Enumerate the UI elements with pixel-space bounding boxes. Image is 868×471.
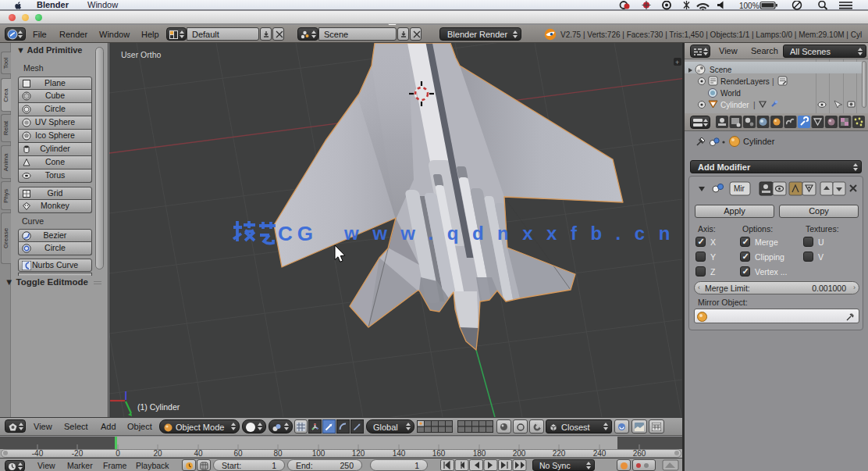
svg-text:CG: CG <box>278 222 318 245</box>
svg-text:|: | <box>772 77 774 86</box>
svg-text:RenderLayers: RenderLayers <box>720 77 770 86</box>
svg-text:220: 220 <box>553 449 566 458</box>
svg-text:260: 260 <box>633 449 646 458</box>
svg-text:40: 40 <box>194 449 203 458</box>
svg-text:(1) Cylinder: (1) Cylinder <box>137 402 180 412</box>
svg-text:|: | <box>753 101 756 109</box>
svg-text:20: 20 <box>153 449 162 458</box>
svg-text:-40: -40 <box>32 449 44 458</box>
svg-text:100: 100 <box>312 449 326 458</box>
svg-text:160: 160 <box>432 449 446 458</box>
svg-text:Mir: Mir <box>734 184 745 193</box>
svg-text:120: 120 <box>352 449 365 458</box>
svg-text:Scene: Scene <box>710 66 732 74</box>
svg-text:-20: -20 <box>72 449 84 458</box>
svg-text:World: World <box>720 89 741 98</box>
svg-text:+: + <box>675 59 679 66</box>
svg-text:180: 180 <box>473 449 486 458</box>
svg-text:Cylinder: Cylinder <box>720 101 749 109</box>
svg-text:240: 240 <box>593 449 607 458</box>
svg-text:0: 0 <box>116 449 120 458</box>
svg-text:60: 60 <box>233 449 243 458</box>
svg-text:www.qdnxxfb.cn: www.qdnxxfb.cn <box>343 223 682 244</box>
svg-text:100%: 100% <box>739 2 760 10</box>
svg-text:User Ortho: User Ortho <box>121 50 162 59</box>
svg-text:80: 80 <box>273 449 283 458</box>
svg-text:140: 140 <box>393 449 406 458</box>
svg-text:200: 200 <box>513 449 526 458</box>
svg-text:Cylinder: Cylinder <box>743 137 775 146</box>
